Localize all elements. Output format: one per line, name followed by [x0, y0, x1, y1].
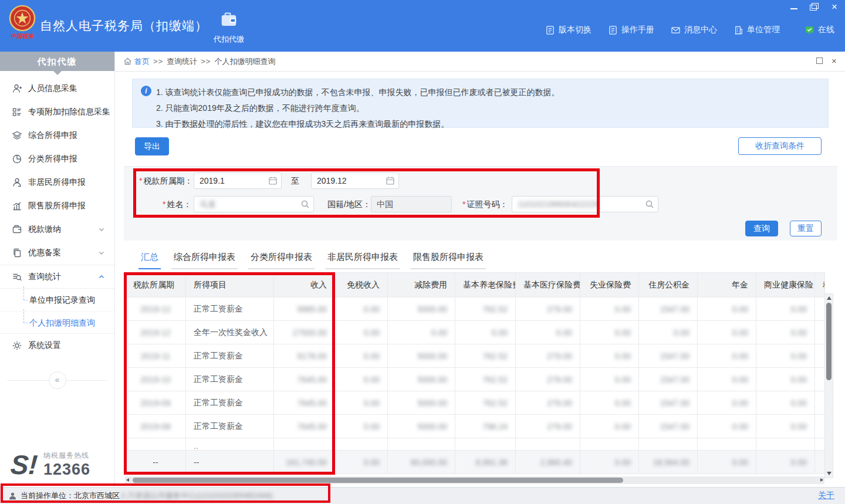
panel-close-icon[interactable]: × [832, 57, 839, 65]
sidebar-subitem-个人扣缴明细查询[interactable]: 个人扣缴明细查询 [0, 311, 114, 333]
chevron-up-icon [98, 273, 105, 280]
doc-icon [608, 25, 618, 35]
sidebar-item-综合所得申报[interactable]: 综合所得申报 [0, 124, 114, 147]
horizontal-scroll-thumb[interactable] [133, 478, 623, 483]
header-menu-building-单位管理[interactable]: 单位管理 [734, 25, 780, 35]
sidebar-item-label: 综合所得申报 [28, 130, 77, 141]
id-number-input[interactable]: 110102199930422229 [512, 196, 658, 212]
header-menu-label: 版本切换 [559, 25, 592, 35]
sidebar-item-label: 优惠备案 [28, 248, 61, 258]
tab-综合所得申报表[interactable]: 综合所得申报表 [171, 249, 238, 269]
period-label: *税款所属期： [139, 172, 192, 189]
table-cell: 7645.00 [274, 415, 335, 438]
header-menu-doc-版本切换[interactable]: 版本切换 [545, 25, 592, 35]
sidebar-item-分类所得申报[interactable]: 分类所得申报 [0, 147, 114, 171]
close-button[interactable]: × [830, 4, 839, 11]
table-cell: 1547.00 [639, 297, 698, 321]
person-add-icon [12, 83, 22, 94]
breadcrumb-home-link[interactable]: 首页 [134, 56, 150, 67]
table-cell: 279.00 [516, 368, 580, 391]
scroll-right-arrow[interactable] [820, 478, 823, 482]
scroll-left-arrow[interactable] [126, 478, 129, 482]
period-from-input[interactable]: 2019.1 [194, 172, 282, 189]
table-row: 2019-12正常工资薪金9985.000.005000.00762.52279… [126, 297, 825, 321]
table-cell: 0.00 [698, 391, 756, 415]
scroll-down-arrow[interactable] [827, 472, 832, 475]
scroll-up-arrow[interactable] [827, 296, 832, 300]
tab-汇总[interactable]: 汇总 [138, 249, 161, 269]
minimize-button[interactable] [790, 4, 798, 11]
table-cell: 0.00 [756, 391, 815, 415]
period-to-input[interactable]: 2019.12 [311, 172, 399, 189]
collapse-conditions-button[interactable]: 收折查询条件 [738, 137, 822, 155]
sidebar-item-系统设置[interactable]: 系统设置 [0, 334, 114, 357]
table-cell: 0.00 [756, 451, 815, 474]
sidebar-item-非居民所得申报[interactable]: 非居民所得申报 [0, 171, 114, 194]
search-icon[interactable] [645, 199, 654, 209]
table-cell [516, 438, 580, 451]
header-menu-online-在线[interactable]: 在线 [805, 25, 834, 35]
table-cell: 279.00 [516, 344, 580, 368]
header-menu-label: 操作手册 [621, 25, 654, 35]
name-input[interactable]: 马某 [194, 196, 314, 212]
home-icon [123, 57, 132, 66]
export-button[interactable]: 导出 [135, 137, 169, 155]
table-cell: 0.00 [455, 321, 516, 344]
table-cell: 5000.00 [388, 297, 455, 321]
table-cell: 27500.00 [274, 321, 335, 344]
table-cell [815, 368, 825, 391]
search-icon[interactable] [300, 199, 310, 209]
table-cell: 0.00 [580, 368, 639, 391]
info-icon: i [141, 86, 151, 96]
table-cell: 0.00 [580, 297, 639, 321]
sidebar: 代扣代缴 人员信息采集专项附加扣除信息采集综合所得申报分类所得申报非居民所得申报… [0, 52, 115, 487]
table-cell: 0.00 [335, 344, 388, 368]
header-menu-doc-操作手册[interactable]: 操作手册 [608, 25, 654, 35]
sidebar-item-专项附加扣除信息采集[interactable]: 专项附加扣除信息采集 [0, 100, 114, 124]
about-link[interactable]: 关于 [818, 491, 834, 501]
search-list-icon [12, 272, 22, 282]
tab-分类所得申报表[interactable]: 分类所得申报表 [248, 249, 315, 269]
table-cell: 0.00 [516, 321, 580, 344]
tab-限售股所得申报表[interactable]: 限售股所得申报表 [411, 249, 486, 269]
sidebar-collapse-row: « [0, 371, 114, 389]
table-cell: 0.00 [698, 451, 756, 474]
table-cell: 798.24 [455, 415, 516, 438]
header-menu-mail-消息中心[interactable]: 消息中心 [671, 25, 717, 35]
tax-emblem-logo: 中国税务 [6, 5, 39, 40]
module-tab-daikoudaijiao[interactable]: 代扣代缴 [204, 9, 254, 47]
sidebar-item-label: 专项附加扣除信息采集 [28, 107, 110, 117]
vertical-scrollbar[interactable] [824, 293, 833, 478]
sidebar-submenu: 单位申报记录查询个人扣缴明细查询 [0, 288, 114, 334]
table-row: 2019-08正常工资薪金7645.000.005000.00798.24279… [126, 415, 825, 438]
sidebar-item-查询统计[interactable]: 查询统计 [0, 265, 114, 288]
tab-非居民所得申报表[interactable]: 非居民所得申报表 [325, 249, 400, 269]
table-cell: 5000.00 [388, 344, 455, 368]
vertical-scroll-thumb[interactable] [826, 303, 832, 380]
query-button[interactable]: 查询 [745, 221, 778, 236]
panel-maximize-icon[interactable] [816, 57, 823, 65]
horizontal-scrollbar[interactable] [125, 476, 824, 484]
table-cell: 18,564.00 [639, 451, 698, 474]
table-cell [698, 438, 756, 451]
table-cell: 0.00 [580, 415, 639, 438]
sidebar-item-税款缴纳[interactable]: 税款缴纳 [0, 218, 114, 241]
column-header-免税收入: 免税收入 [335, 273, 388, 297]
table-cell: 0.00 [639, 321, 698, 344]
reset-button[interactable]: 重置 [790, 221, 822, 236]
sidebar-item-优惠备案[interactable]: 优惠备案 [0, 241, 114, 265]
notice-box: i 1. 该查询统计表仅能查询已申报成功的数据，不包含未申报、申报失败，已申报但… [132, 79, 829, 128]
calendar-icon[interactable] [386, 176, 395, 185]
calendar-icon[interactable] [268, 176, 278, 185]
pie-chart-icon [12, 154, 22, 164]
restore-button[interactable] [810, 4, 818, 11]
breadcrumb-item-query-stats[interactable]: 查询统计 [167, 56, 197, 67]
table-cell: 0.00 [756, 368, 815, 391]
sidebar-collapse-button[interactable]: « [49, 371, 66, 389]
sidebar-item-人员信息采集[interactable]: 人员信息采集 [0, 77, 114, 100]
chevron-down-icon [98, 249, 105, 256]
sidebar-panel-title: 代扣代缴 [0, 52, 114, 71]
notice-line: 3. 由于数据处理的滞后性，建议您在申报成功3天之后再来查询最新的申报数据。 [156, 116, 560, 132]
sidebar-subitem-单位申报记录查询[interactable]: 单位申报记录查询 [0, 289, 114, 311]
sidebar-item-限售股所得申报[interactable]: 限售股所得申报 [0, 194, 114, 218]
